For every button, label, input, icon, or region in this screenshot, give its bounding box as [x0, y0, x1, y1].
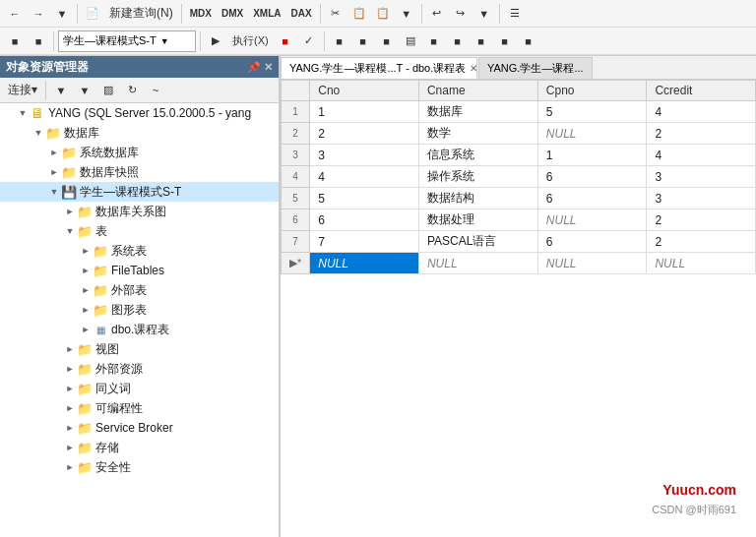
- sys-tables-expander-icon[interactable]: ►: [79, 244, 93, 258]
- cell-cpno-2[interactable]: NULL: [537, 123, 647, 145]
- tree-snapshot-node[interactable]: ► 📁 数据库快照: [0, 162, 279, 182]
- cell-cpno-new[interactable]: NULL: [537, 253, 647, 274]
- tb2-icon1[interactable]: ■: [4, 30, 26, 52]
- dax-button[interactable]: DAX: [286, 3, 315, 25]
- cell-cpno-1[interactable]: 5: [537, 101, 647, 123]
- student-course-expander-icon[interactable]: ▼: [47, 185, 61, 199]
- tb2-extra5[interactable]: ■: [423, 30, 445, 52]
- explorer-chart-icon[interactable]: ~: [145, 80, 166, 101]
- cell-cpno-5[interactable]: 6: [537, 188, 647, 209]
- cell-ccredit-1[interactable]: 4: [647, 101, 756, 123]
- cell-cno-4[interactable]: 4: [310, 166, 419, 188]
- tree-external-tables-node[interactable]: ► 📁 外部表: [0, 280, 279, 300]
- dmx-button[interactable]: DMX: [218, 3, 247, 25]
- new-query-button[interactable]: 📄: [82, 3, 103, 25]
- cell-cno-7[interactable]: 7: [310, 231, 419, 253]
- tb2-extra1[interactable]: ■: [329, 30, 350, 52]
- cell-cno-2[interactable]: 2: [310, 123, 419, 145]
- tab-close-icon[interactable]: ✕: [470, 63, 477, 74]
- cell-ccredit-7[interactable]: 2: [647, 231, 756, 253]
- explorer-filter-icon[interactable]: ▼: [50, 80, 72, 101]
- cell-ccredit-2[interactable]: 2: [647, 123, 756, 145]
- tree-graph-tables-node[interactable]: ► 📁 图形表: [0, 300, 279, 320]
- check-button[interactable]: ✓: [298, 30, 320, 52]
- tree-student-course-node[interactable]: ▼ 💾 学生—课程模式S-T: [0, 182, 279, 202]
- databases-expander-icon[interactable]: ▼: [32, 126, 45, 140]
- tree-storage-node[interactable]: ► 📁 存储: [0, 438, 279, 457]
- cell-cname-3[interactable]: 信息系统: [418, 145, 537, 166]
- table-row[interactable]: 3 3 信息系统 1 4: [282, 145, 756, 166]
- cell-cno-3[interactable]: 3: [310, 145, 419, 166]
- explorer-refresh-icon[interactable]: ↻: [121, 80, 143, 101]
- cell-ccredit-6[interactable]: 2: [647, 209, 756, 231]
- pin-icon[interactable]: 📌: [247, 61, 261, 74]
- tb2-extra7[interactable]: ■: [471, 30, 492, 52]
- cell-ccredit-new[interactable]: NULL: [647, 253, 756, 274]
- tree-security-node[interactable]: ► 📁 安全性: [0, 457, 279, 477]
- tree-course-table-node[interactable]: ► ▦ dbo.课程表: [0, 320, 279, 339]
- tb2-extra3[interactable]: ■: [376, 30, 398, 52]
- tree-diagram-node[interactable]: ► 📁 数据库关系图: [0, 202, 279, 221]
- stop-button[interactable]: ■: [275, 30, 296, 52]
- table-row[interactable]: 1 1 数据库 5 4: [282, 101, 756, 123]
- tree-system-db-node[interactable]: ► 📁 系统数据库: [0, 143, 279, 162]
- copy-button[interactable]: 📋: [348, 3, 370, 25]
- cut-button[interactable]: ✂: [325, 3, 346, 25]
- cell-ccredit-4[interactable]: 3: [647, 166, 756, 188]
- tree-tables-node[interactable]: ▼ 📁 表: [0, 221, 279, 241]
- explorer-icon2[interactable]: ▼: [74, 80, 95, 101]
- tables-expander-icon[interactable]: ▼: [63, 224, 77, 238]
- cell-ccredit-5[interactable]: 3: [647, 188, 756, 209]
- tb2-extra6[interactable]: ■: [447, 30, 469, 52]
- redo-button[interactable]: ↪: [450, 3, 472, 25]
- table-row-new[interactable]: ▶* NULL NULL NULL NULL: [282, 253, 756, 274]
- external-tables-expander-icon[interactable]: ►: [79, 283, 93, 297]
- tree-sys-tables-node[interactable]: ► 📁 系统表: [0, 241, 279, 261]
- cell-cname-7[interactable]: PASCAL语言: [418, 231, 537, 253]
- tree-server-node[interactable]: ▼ 🖥 YANG (SQL Server 15.0.2000.5 - yang: [0, 103, 279, 123]
- connect-button[interactable]: 连接▾: [4, 80, 41, 101]
- tree-service-broker-node[interactable]: ► 📁 Service Broker: [0, 418, 279, 438]
- tb2-extra8[interactable]: ■: [494, 30, 516, 52]
- cell-cname-2[interactable]: 数学: [418, 123, 537, 145]
- database-dropdown[interactable]: 学生—课程模式S-T ▼: [58, 30, 196, 52]
- tb2-icon2[interactable]: ■: [28, 30, 49, 52]
- tree-external-resources-node[interactable]: ► 📁 外部资源: [0, 359, 279, 379]
- synonyms-expander-icon[interactable]: ►: [63, 382, 77, 395]
- tree-databases-node[interactable]: ▼ 📁 数据库: [0, 123, 279, 143]
- file-tables-expander-icon[interactable]: ►: [79, 264, 93, 277]
- redo-dropdown[interactable]: ▼: [473, 3, 495, 25]
- programmability-expander-icon[interactable]: ►: [63, 401, 77, 415]
- close-panel-icon[interactable]: ✕: [264, 61, 273, 74]
- undo-button[interactable]: ↩: [426, 3, 448, 25]
- tree-file-tables-node[interactable]: ► 📁 FileTables: [0, 261, 279, 280]
- new-query-label[interactable]: 新建查询(N): [105, 3, 177, 25]
- paste-button[interactable]: 📋: [372, 3, 394, 25]
- cell-cname-4[interactable]: 操作系统: [418, 166, 537, 188]
- xmla-button[interactable]: XMLA: [249, 3, 284, 25]
- storage-expander-icon[interactable]: ►: [63, 441, 77, 454]
- mdx-button[interactable]: MDX: [186, 3, 216, 25]
- cell-cpno-7[interactable]: 6: [537, 231, 647, 253]
- cell-cno-1[interactable]: 1: [310, 101, 419, 123]
- table-row[interactable]: 6 6 数据处理 NULL 2: [282, 209, 756, 231]
- table-row[interactable]: 4 4 操作系统 6 3: [282, 166, 756, 188]
- tb2-extra9[interactable]: ■: [518, 30, 539, 52]
- server-expander-icon[interactable]: ▼: [16, 106, 30, 120]
- paste-dropdown[interactable]: ▼: [396, 3, 417, 25]
- back-button[interactable]: ←: [4, 3, 26, 25]
- cell-cpno-3[interactable]: 1: [537, 145, 647, 166]
- cell-cname-5[interactable]: 数据结构: [418, 188, 537, 209]
- tree-programmability-node[interactable]: ► 📁 可编程性: [0, 398, 279, 418]
- settings-button[interactable]: ☰: [504, 3, 526, 25]
- diagram-expander-icon[interactable]: ►: [63, 205, 77, 218]
- cell-ccredit-3[interactable]: 4: [647, 145, 756, 166]
- explorer-filter2-icon[interactable]: ▨: [97, 80, 119, 101]
- tb2-extra2[interactable]: ■: [352, 30, 374, 52]
- external-resources-expander-icon[interactable]: ►: [63, 362, 77, 376]
- tree-views-node[interactable]: ► 📁 视图: [0, 339, 279, 359]
- security-expander-icon[interactable]: ►: [63, 460, 77, 474]
- table-row[interactable]: 2 2 数学 NULL 2: [282, 123, 756, 145]
- tab-active[interactable]: YANG.学生—课程模...T - dbo.课程表 ✕: [281, 57, 477, 79]
- system-db-expander-icon[interactable]: ►: [47, 146, 61, 159]
